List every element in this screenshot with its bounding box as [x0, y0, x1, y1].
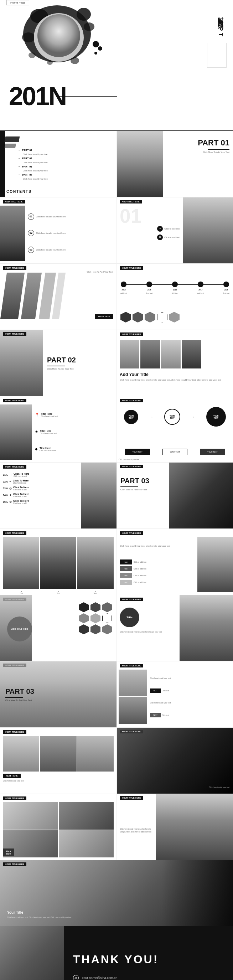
part-item-4-sub: Click here to add your text	[23, 178, 112, 180]
tl-dot-4: 2017 Add text	[197, 282, 204, 294]
grid-photo-1	[3, 802, 58, 830]
fashion-photo-2	[40, 537, 77, 589]
part03-b-sub: Click More To Add Your Text	[5, 699, 34, 701]
r-box-1: TEXT Click text	[150, 689, 230, 693]
list-item-5: 05% ⚙ Click To Here Click here to add	[3, 500, 77, 504]
part02-title: PART 02	[47, 356, 112, 364]
part02-sub: Click More To Add Your Text	[47, 368, 112, 370]
slide11-right: YOUR TITLE HERE Click here to add your t…	[116, 728, 233, 794]
r-box-2: TEXT Click text	[150, 713, 230, 718]
list-item-1: 01% → Click To Here Click here to add	[3, 473, 77, 477]
slide-7: YOUR TITLE HERE 01% → Click To Here Clic…	[0, 463, 233, 529]
star-icon: ★	[35, 430, 38, 434]
slide11-right-tag: YOUR TITLE HERE	[120, 730, 143, 733]
grid-photo-2	[59, 802, 114, 830]
slide-contents: → PART 01 Click here to add your text → …	[0, 131, 233, 197]
slide5-right: YOUR TITLE HERE Add Your Title Click her…	[116, 330, 233, 396]
slide3-left-tag: ADD TITLE HERE	[3, 200, 25, 204]
svg-point-9	[37, 14, 80, 57]
slide8-right: YOUR TITLE HERE Click here to add your t…	[116, 529, 233, 595]
part03-b-title: PART 03	[5, 687, 34, 695]
slide-8: YOUR TITLE HERE ▲Text ▲Text ▲Text YOUR T…	[0, 529, 233, 595]
text-button[interactable]: TEXT HERE	[3, 774, 21, 778]
hex-5	[169, 312, 179, 323]
slide8-left: YOUR TITLE HERE ▲Text ▲Text ▲Text	[0, 529, 116, 595]
list-item-3: 03% ◎ Click To Here Click here to add	[3, 486, 77, 491]
item2-title: Title Here	[40, 430, 57, 432]
slide7-left: YOUR TITLE HERE 01% → Click To Here Clic…	[0, 463, 116, 528]
slide10-right-tag: YOUR TITLE HERE	[120, 664, 143, 667]
slide3-right-tag: ADD TITLE HERE	[120, 200, 142, 204]
hexg-2	[90, 602, 100, 612]
tl-dot-5: 2018 Add text	[223, 282, 230, 294]
slide3-right: ADD TITLE HERE 01 02 Click to add text 0…	[116, 197, 233, 263]
slide-5: YOUR TITLE HERE PART 02 Click More To Ad…	[0, 330, 233, 396]
part02-line	[47, 366, 65, 366]
fashion-photo-1	[3, 537, 39, 589]
s11-photo-2	[40, 736, 76, 772]
slide-4: YOUR TITLE HERE YOUR TEXT Click Here To …	[0, 264, 233, 330]
dark-woman-photo	[169, 463, 233, 528]
sm-photo-1	[120, 340, 139, 369]
photo-label-2: ▲Text	[57, 590, 60, 594]
dark-portrait	[117, 728, 233, 794]
slide7-left-photo	[81, 463, 116, 528]
list-item-2: 02% ✂ Click To Here Click here to add	[3, 479, 77, 484]
arrow-icon-3: →	[18, 165, 21, 168]
num-01: 01	[28, 213, 34, 220]
slide-thankyou: THANK YOU! @ Your name@sina.com.cn 👤 You…	[0, 926, 233, 980]
slide-cover: Home Page	[0, 0, 233, 131]
slide-11: YOUR TITLE HERE TEXT HERE Click here to …	[0, 728, 233, 794]
slide7-right-tag: YOUR TITLE HERE	[120, 465, 143, 468]
slide6-left: YOUR TITLE HERE 📍 Title Here Click here …	[0, 396, 116, 462]
hexg-3	[102, 602, 112, 612]
part-item-1: → PART 01	[18, 149, 112, 152]
part03-line	[120, 487, 138, 487]
diag-2	[21, 273, 42, 319]
part01-line	[208, 149, 230, 150]
part-item-3: → PART 03	[18, 165, 112, 168]
item3-text: Click here to add text	[40, 449, 56, 452]
your-title-overlay: YourTitle	[3, 848, 14, 856]
ink-splash-area	[18, 5, 96, 66]
chinese-title: 时尚简约PPT模板	[217, 13, 224, 43]
part01-sub: Click More To Add Your Text	[198, 151, 230, 153]
slide13-title: Your Title	[7, 910, 126, 915]
contents-right: PART 01 Click More To Add Your Text	[116, 131, 233, 197]
hexg-7	[79, 624, 89, 634]
tl-dot-1: 2014 Add text	[120, 282, 127, 294]
sm-photo-2	[140, 340, 160, 369]
flow-label-box-3: YOUR TEXT	[200, 449, 225, 455]
slide6-body: Click here to add your text	[119, 458, 139, 460]
ballet-photo	[117, 131, 163, 197]
black-bar-left	[0, 131, 5, 197]
text-box-1: text Click to add text	[120, 560, 195, 565]
hex-4	[157, 312, 168, 323]
list-item-4: 04% ✦ Click To Here Click here to add	[3, 493, 77, 498]
slide13-tag: YOUR TITLE HERE	[3, 862, 26, 866]
flow-label-box-1: YOUR TEXT	[125, 449, 150, 455]
slide6-right-tag: YOUR TITLE HERE	[120, 399, 143, 402]
text-01: Click here to add your text here	[36, 216, 65, 218]
slide9-right-tag: YOUR TITLE HERE	[120, 598, 143, 601]
text-03-r: Click to add text	[164, 236, 179, 239]
email-row: @ Your name@sina.com.cn	[73, 975, 224, 980]
text-btn[interactable]: YOUR TEXT	[95, 314, 113, 319]
part03-sub: Click More To Add Your Text	[120, 488, 149, 491]
svg-point-3	[84, 22, 94, 31]
slide8-left-tag: YOUR TITLE HERE	[3, 531, 26, 535]
arrow-icon-1: →	[18, 149, 21, 152]
slide5-left: YOUR TITLE HERE PART 02 Click More To Ad…	[0, 330, 116, 396]
slide3-right-photo	[183, 197, 233, 263]
grid-photo-4	[59, 830, 114, 858]
ink-blob-svg	[18, 5, 96, 66]
r-text-1: Click here to add your text	[150, 677, 230, 679]
ink-dot-2	[98, 46, 102, 51]
hexg-9	[102, 624, 112, 634]
arrow-icon-2: →	[18, 157, 21, 160]
part-item-1-sub: Click here to add your text	[23, 153, 112, 155]
woman-hat-photo	[0, 330, 43, 396]
part01-title: PART 01	[198, 138, 230, 148]
r-photo-2	[119, 697, 147, 724]
hexg-5	[90, 613, 100, 623]
